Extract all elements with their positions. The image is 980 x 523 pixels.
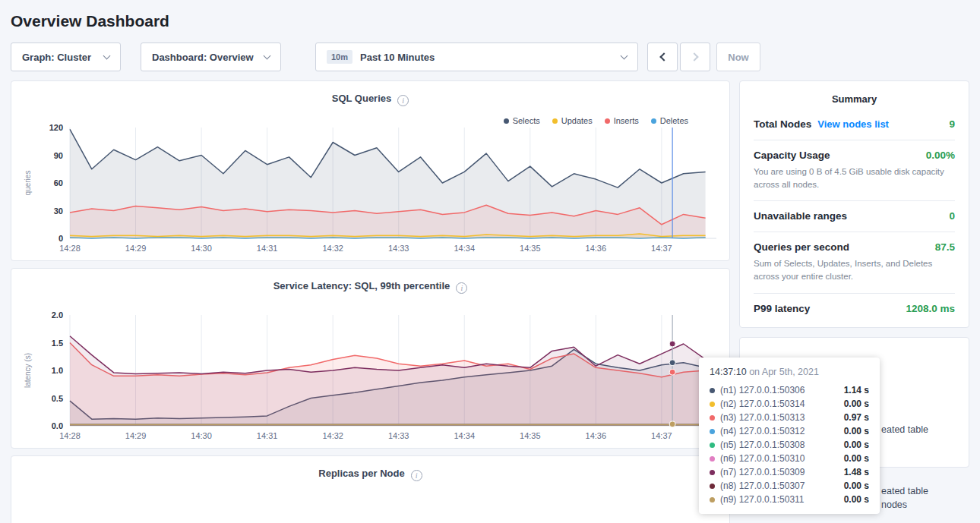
dashboard-dropdown[interactable]: Dashboard: Overview xyxy=(141,43,281,71)
svg-text:14:31: 14:31 xyxy=(257,431,278,440)
svg-text:14:35: 14:35 xyxy=(520,431,541,440)
node-color-dot xyxy=(710,497,715,503)
legend-dot xyxy=(605,118,610,124)
dashboard-controls: Graph: Cluster Dashboard: Overview 10m P… xyxy=(11,43,980,71)
legend-item-selects[interactable]: Selects xyxy=(504,116,540,125)
graph-dropdown-label: Graph: Cluster xyxy=(22,52,91,63)
time-range-label: Past 10 Minutes xyxy=(360,52,435,63)
legend-item-deletes[interactable]: Deletes xyxy=(651,116,688,125)
node-color-dot xyxy=(710,388,715,393)
info-icon[interactable]: i xyxy=(411,470,422,481)
legend-item-updates[interactable]: Updates xyxy=(552,116,593,125)
svg-text:0.0: 0.0 xyxy=(52,421,63,430)
graph-dropdown[interactable]: Graph: Cluster xyxy=(11,43,121,71)
svg-text:90: 90 xyxy=(54,151,63,160)
svg-text:14:28: 14:28 xyxy=(59,431,81,440)
time-step-buttons xyxy=(647,43,710,71)
summary-value: 1208.0 ms xyxy=(906,303,955,314)
tooltip-node-name: (n6) 127.0.0.1:50310 xyxy=(720,453,844,464)
time-prev-button[interactable] xyxy=(647,43,678,71)
chart-hover-tooltip: 14:37:10 on Apr 5th, 2021 (n1) 127.0.0.1… xyxy=(699,358,880,514)
tooltip-row: (n1) 127.0.0.1:503061.14 s xyxy=(710,383,869,397)
summary-row-capacity-usage: Capacity Usage 0.00% You are using 0 B o… xyxy=(754,140,955,201)
charts-column: SQL Queriesi SelectsUpdatesInsertsDelete… xyxy=(11,80,730,523)
tooltip-row: (n9) 127.0.0.1:503110.00 s xyxy=(710,493,869,506)
chevron-down-icon xyxy=(103,52,111,59)
svg-text:14:33: 14:33 xyxy=(388,431,409,440)
svg-text:120: 120 xyxy=(49,123,63,132)
svg-text:30: 30 xyxy=(54,206,63,216)
legend-dot xyxy=(552,118,558,124)
legend-dot xyxy=(504,118,509,124)
svg-text:14:32: 14:32 xyxy=(322,244,343,253)
service-latency-chart[interactable]: 14:2814:2914:3014:3114:3214:3314:3414:35… xyxy=(20,309,721,443)
node-color-dot xyxy=(710,443,715,448)
time-next-button[interactable] xyxy=(680,43,710,71)
node-color-dot xyxy=(710,456,715,462)
svg-text:14:33: 14:33 xyxy=(388,244,409,253)
tooltip-row: (n8) 127.0.0.1:503070.00 s xyxy=(710,479,869,493)
summary-row-queries-per-second: Queries per second 87.5 Sum of Selects, … xyxy=(754,232,955,293)
node-color-dot xyxy=(710,415,715,421)
svg-text:14:34: 14:34 xyxy=(454,431,475,440)
summary-row-total-nodes: Total Nodes View nodes list 9 xyxy=(754,109,955,140)
svg-text:14:36: 14:36 xyxy=(586,431,607,440)
replicas-per-node-panel: Replicas per Nodei xyxy=(11,455,730,523)
summary-value: 0.00% xyxy=(926,150,955,161)
svg-text:14:35: 14:35 xyxy=(520,244,541,253)
summary-description: You are using 0 B of 4.5 GiB usable disk… xyxy=(754,165,955,191)
tooltip-time: 14:37:10 xyxy=(710,367,749,377)
event-text-fragment: eated table xyxy=(881,486,928,496)
summary-label: Queries per second xyxy=(754,241,849,253)
tooltip-node-name: (n3) 127.0.0.1:50313 xyxy=(720,412,844,423)
tooltip-node-value: 0.97 s xyxy=(844,412,869,423)
svg-text:14:32: 14:32 xyxy=(322,431,343,440)
chart-header: Service Latency: SQL, 99th percentilei xyxy=(11,269,729,292)
legend-dot xyxy=(651,118,656,124)
svg-text:0.5: 0.5 xyxy=(52,394,63,403)
node-color-dot xyxy=(710,429,715,434)
page-title: Overview Dashboard xyxy=(11,12,980,30)
summary-label: Total Nodes xyxy=(754,118,811,130)
time-range-selector[interactable]: 10m Past 10 Minutes xyxy=(315,43,638,71)
tooltip-node-name: (n5) 127.0.0.1:50308 xyxy=(720,440,844,450)
summary-row-p99-latency: P99 latency 1208.0 ms xyxy=(754,294,955,324)
chevron-down-icon xyxy=(264,52,271,59)
now-button[interactable]: Now xyxy=(716,43,760,71)
node-color-dot xyxy=(710,484,715,489)
info-icon[interactable]: i xyxy=(456,282,467,294)
tooltip-node-value: 0.00 s xyxy=(844,426,869,436)
summary-value: 87.5 xyxy=(935,241,955,253)
chart-legend: SelectsUpdatesInsertsDeletes xyxy=(504,116,688,125)
tooltip-node-name: (n7) 127.0.0.1:50309 xyxy=(720,467,844,477)
svg-text:14:29: 14:29 xyxy=(125,431,147,440)
event-text-fragment: eated table xyxy=(881,424,928,435)
legend-item-inserts[interactable]: Inserts xyxy=(605,116,639,125)
sql-queries-chart[interactable]: 14:2814:2914:3014:3114:3214:3314:3414:35… xyxy=(20,121,721,255)
summary-label: Capacity Usage xyxy=(754,150,830,161)
svg-text:14:30: 14:30 xyxy=(191,431,212,440)
svg-text:14:36: 14:36 xyxy=(586,244,607,253)
chart-header: Replicas per Nodei xyxy=(11,456,729,480)
summary-value: 0 xyxy=(949,210,955,222)
summary-row-unavailable-ranges: Unavailable ranges 0 xyxy=(754,201,955,232)
tooltip-node-value: 0.00 s xyxy=(844,480,869,491)
svg-text:14:31: 14:31 xyxy=(257,244,278,253)
tooltip-row: (n7) 127.0.0.1:503091.48 s xyxy=(710,465,869,479)
svg-text:14:29: 14:29 xyxy=(125,244,147,253)
view-nodes-list-link[interactable]: View nodes list xyxy=(817,118,889,130)
tooltip-node-name: (n1) 127.0.0.1:50306 xyxy=(720,385,844,395)
summary-title: Summary xyxy=(754,93,955,105)
chart-header: SQL Queriesi xyxy=(11,81,729,105)
summary-label: Unavailable ranges xyxy=(754,210,847,222)
node-color-dot xyxy=(710,470,715,475)
tooltip-date: on Apr 5th, 2021 xyxy=(749,367,819,377)
summary-description: Sum of Selects, Updates, Inserts, and De… xyxy=(754,257,955,282)
chart-title: SQL Queries xyxy=(332,93,392,104)
info-icon[interactable]: i xyxy=(397,95,409,106)
svg-text:1.5: 1.5 xyxy=(52,339,63,348)
chart-title: Replicas per Node xyxy=(318,468,404,479)
svg-text:14:30: 14:30 xyxy=(191,244,212,253)
svg-text:14:37: 14:37 xyxy=(651,431,672,440)
summary-label: P99 latency xyxy=(754,303,810,314)
